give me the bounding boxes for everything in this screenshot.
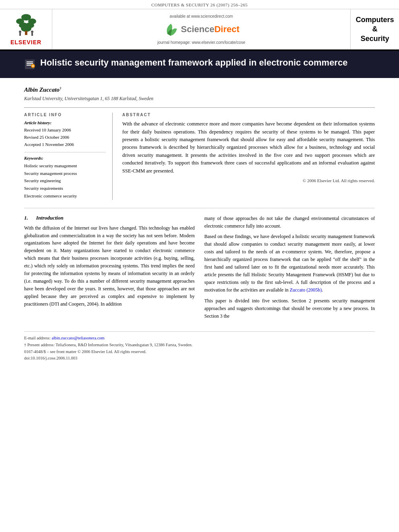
elsevier-brand-text: ELSEVIER xyxy=(10,39,41,45)
keywords-label: Keywords: xyxy=(24,156,106,160)
footnote-issn: 0167-4048/$ – see front matter © 2006 El… xyxy=(24,349,375,355)
revised-date: Revised 25 October 2006 xyxy=(24,134,106,141)
journal-name-area: Computers & Security xyxy=(351,9,399,49)
journal-name-text: Computers & Security xyxy=(356,15,394,43)
paper-icon xyxy=(24,59,35,72)
keyword-2: Security management process xyxy=(24,170,106,177)
svg-rect-6 xyxy=(25,31,27,35)
content-area: Albin Zuccato† Karlstad University, Univ… xyxy=(0,78,399,370)
svg-rect-10 xyxy=(31,33,33,36)
svg-point-5 xyxy=(21,25,31,32)
article-info-heading: ARTICLE INFO xyxy=(24,113,106,117)
svg-rect-8 xyxy=(19,33,21,36)
journal-header: ELSEVIER available at www.sciencedirect.… xyxy=(0,9,399,51)
footnote-email: E-mail address: albin.zuccato@teliasoner… xyxy=(24,335,375,342)
elsevier-tree-icon xyxy=(12,13,40,37)
keyword-4: Security requirements xyxy=(24,185,106,192)
svg-point-9 xyxy=(31,31,33,33)
abstract-heading: ABSTRACT xyxy=(122,113,375,117)
body-left-col: 1. Introduction With the diffusion of th… xyxy=(24,215,195,323)
sciencedirect-header: available at www.sciencedirect.com Scien… xyxy=(52,9,351,49)
elsevier-logo-area: ELSEVIER xyxy=(0,9,52,49)
section1-number: 1. xyxy=(24,215,28,221)
abstract-col: ABSTRACT With the advance of electronic … xyxy=(122,113,375,199)
article-info-col: ARTICLE INFO Article history: Received 1… xyxy=(24,113,113,199)
keywords-section: Keywords: Holistic security management S… xyxy=(24,152,106,199)
keyword-5: Electronic commerce security xyxy=(24,192,106,200)
sciencedirect-text: ScienceDirect xyxy=(181,24,240,35)
received-date: Received 10 January 2006 xyxy=(24,127,106,134)
accepted-date: Accepted 1 November 2006 xyxy=(24,141,106,148)
available-at-text: available at www.sciencedirect.com xyxy=(170,14,233,18)
author-sup: † xyxy=(60,86,62,90)
zuccato-link[interactable]: Zuccato (2005b) xyxy=(290,287,322,293)
sciencedirect-icon xyxy=(163,22,179,37)
footnote-dagger: † Present address: TeliaSonera, R&D Info… xyxy=(24,342,375,349)
section-divider xyxy=(24,208,375,208)
sciencedirect-logo: ScienceDirect xyxy=(163,22,240,37)
email-link[interactable]: albin.zuccato@teliasonera.com xyxy=(51,336,105,340)
paper-title: Holistic security management framework a… xyxy=(40,57,348,69)
journal-top-bar: COMPUTERS & SECURITY 26 (2007) 256–265 xyxy=(0,0,399,9)
body-right-col: many of those approaches do not take the… xyxy=(204,215,375,323)
author-section: Albin Zuccato† xyxy=(24,86,375,93)
section1-para4: This paper is divided into five sections… xyxy=(204,297,375,320)
keyword-3: Security engineering xyxy=(24,177,106,185)
keyword-1: Holistic security management xyxy=(24,162,106,170)
copyright-line: © 2006 Elsevier Ltd. All rights reserved… xyxy=(122,178,375,183)
footnote-area: E-mail address: albin.zuccato@teliasoner… xyxy=(24,331,375,362)
article-history-label: Article history: xyxy=(24,120,106,125)
affiliation: Karlstad University, Universitetsgatan 1… xyxy=(24,96,375,102)
author-name: Albin Zuccato xyxy=(24,86,60,93)
section1-title: Introduction xyxy=(36,215,64,221)
section1-para2: many of those approaches do not take the… xyxy=(204,215,375,230)
footnote-doi: doi:10.1016/j.cose.2006.11.003 xyxy=(24,355,375,362)
journal-homepage-text: journal homepage: www.elsevier.com/locat… xyxy=(157,40,245,45)
section1-para3: Based on these findings, we have develop… xyxy=(204,233,375,294)
section1-para1: With the diffusion of the Internet our l… xyxy=(24,224,195,308)
abstract-text: With the advance of electronic commerce … xyxy=(122,120,375,175)
info-abstract-row: ARTICLE INFO Article history: Received 1… xyxy=(24,107,375,199)
paper-title-bar: Holistic security management framework a… xyxy=(0,51,399,78)
svg-point-7 xyxy=(19,31,21,33)
section1-heading: 1. Introduction xyxy=(24,215,195,221)
body-columns: 1. Introduction With the diffusion of th… xyxy=(24,215,375,323)
